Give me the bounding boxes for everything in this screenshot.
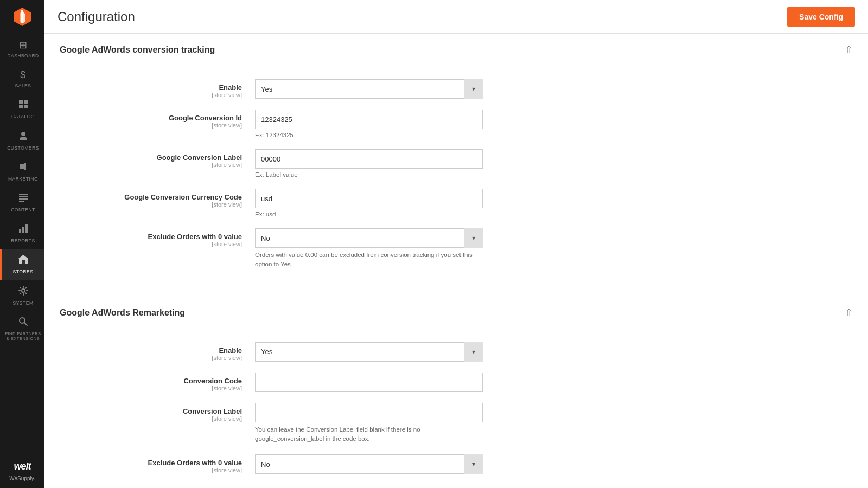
- exclude-orders-select[interactable]: No Yes: [255, 228, 483, 248]
- remarketing-exclude-orders-label: Exclude Orders with 0 value: [60, 459, 242, 467]
- field-row-conversion-label: Google Conversion Label [store view] Ex:…: [60, 149, 853, 178]
- conversion-label-input[interactable]: [255, 149, 483, 169]
- exclude-orders-hint: Orders with value 0.00 can be excluded f…: [255, 251, 483, 269]
- sidebar: ⊞ DASHBOARD $ SALES CATALOG CUSTOMERS MA…: [0, 0, 44, 488]
- enable-conversion-select-wrapper: Yes No ▾: [255, 79, 483, 99]
- svg-marker-10: [20, 163, 26, 170]
- field-label-group-remarketing-code: Conversion Code [store view]: [60, 373, 255, 391]
- sidebar-logo: [0, 0, 44, 34]
- sidebar-item-label: REPORTS: [11, 238, 35, 243]
- sidebar-item-marketing[interactable]: MARKETING: [0, 156, 44, 187]
- field-row-exclude-orders: Exclude Orders with 0 value [store view]…: [60, 228, 853, 269]
- remarketing-exclude-orders-select[interactable]: No Yes: [255, 454, 483, 474]
- reports-icon: [18, 223, 28, 236]
- remarketing-enable-select-wrapper: Yes No ▾: [255, 342, 483, 362]
- adwords-conversion-header[interactable]: Google AdWords conversion tracking ⇧: [44, 34, 868, 66]
- sidebar-item-label: CUSTOMERS: [7, 145, 39, 151]
- svg-line-23: [24, 323, 27, 325]
- save-config-button[interactable]: Save Config: [787, 7, 855, 27]
- main-content: Google AdWords conversion tracking ⇧ Ena…: [44, 34, 868, 488]
- remarketing-enable-scope: [store view]: [60, 355, 242, 361]
- sidebar-item-label: MARKETING: [8, 176, 38, 182]
- remarketing-label-input[interactable]: [255, 403, 483, 422]
- sidebar-item-label: SALES: [15, 83, 31, 88]
- catalog-icon: [18, 99, 28, 112]
- field-label-group-conversion-currency: Google Conversion Currency Code [store v…: [60, 189, 255, 208]
- adwords-conversion-toggle-icon[interactable]: ⇧: [845, 44, 853, 56]
- conversion-id-input[interactable]: [255, 110, 483, 129]
- wesupply-logo: WeSupply.: [9, 473, 35, 484]
- svg-rect-14: [19, 201, 24, 202]
- conversion-currency-scope: [store view]: [60, 201, 242, 208]
- remarketing-code-input[interactable]: [255, 373, 483, 392]
- sidebar-bottom: welt WeSupply.: [0, 458, 44, 488]
- exclude-orders-control: No Yes ▾ Orders with value 0.00 can be e…: [255, 228, 483, 269]
- svg-point-21: [22, 289, 25, 292]
- sidebar-item-system[interactable]: SYSTEM: [0, 280, 44, 311]
- stores-icon: [18, 254, 28, 267]
- conversion-currency-input[interactable]: [255, 189, 483, 208]
- adwords-remarketing-toggle-icon[interactable]: ⇧: [845, 307, 853, 319]
- conversion-label-scope: [store view]: [60, 162, 242, 168]
- field-label-group-remarketing-label: Conversion Label [store view]: [60, 403, 255, 422]
- conversion-id-hint: Ex: 12324325: [255, 132, 483, 138]
- exclude-orders-scope: [store view]: [60, 241, 242, 247]
- sidebar-item-reports[interactable]: REPORTS: [0, 218, 44, 249]
- adwords-remarketing-title: Google AdWords Remarketing: [60, 308, 185, 318]
- dashboard-icon: ⊞: [19, 39, 28, 51]
- remarketing-exclude-orders-control: No Yes ▾: [255, 454, 483, 474]
- enable-conversion-select[interactable]: Yes No: [255, 79, 483, 99]
- adwords-conversion-form: Enable [store view] Yes No ▾: [44, 66, 868, 297]
- field-row-remarketing-exclude-orders: Exclude Orders with 0 value [store view]…: [60, 454, 853, 474]
- sidebar-item-stores[interactable]: STORES: [0, 249, 44, 280]
- content-icon: [18, 192, 28, 205]
- field-row-remarketing-enable: Enable [store view] Yes No ▾: [60, 342, 853, 362]
- field-row-remarketing-label: Conversion Label [store view] You can le…: [60, 403, 853, 444]
- svg-rect-15: [19, 229, 21, 233]
- field-row-conversion-id: Google Conversion Id [store view] Ex: 12…: [60, 110, 853, 138]
- sidebar-item-label: FIND PARTNERS& EXTENSIONS: [5, 331, 41, 341]
- sidebar-item-label: CATALOG: [11, 114, 35, 119]
- sidebar-item-find-partners[interactable]: FIND PARTNERS& EXTENSIONS: [0, 311, 44, 346]
- sidebar-item-catalog[interactable]: CATALOG: [0, 94, 44, 125]
- sidebar-item-content[interactable]: CONTENT: [0, 187, 44, 218]
- remarketing-enable-label: Enable: [60, 346, 242, 355]
- sidebar-item-sales[interactable]: $ SALES: [0, 64, 44, 94]
- sidebar-item-customers[interactable]: CUSTOMERS: [0, 125, 44, 156]
- exclude-orders-select-wrapper: No Yes ▾: [255, 228, 483, 248]
- welt-logo: welt: [14, 458, 30, 473]
- magento-logo-icon: [12, 7, 33, 27]
- remarketing-code-scope: [store view]: [60, 385, 242, 391]
- conversion-label-label: Google Conversion Label: [60, 153, 242, 162]
- field-label-group-enable: Enable [store view]: [60, 79, 255, 98]
- conversion-id-label: Google Conversion Id: [60, 114, 242, 122]
- adwords-conversion-title: Google AdWords conversion tracking: [60, 45, 215, 55]
- sidebar-item-dashboard[interactable]: ⊞ DASHBOARD: [0, 34, 44, 64]
- svg-rect-11: [19, 194, 28, 195]
- svg-point-8: [21, 132, 25, 136]
- sidebar-item-label: CONTENT: [11, 207, 35, 213]
- find-partners-icon: [18, 317, 28, 329]
- svg-rect-16: [22, 227, 24, 233]
- conversion-id-control: Ex: 12324325: [255, 110, 483, 138]
- remarketing-code-control: [255, 373, 483, 392]
- field-label-group-exclude-orders: Exclude Orders with 0 value [store view]: [60, 228, 255, 247]
- svg-rect-20: [22, 260, 25, 264]
- field-label-group-remarketing-exclude-orders: Exclude Orders with 0 value [store view]: [60, 454, 255, 473]
- sidebar-item-label: STORES: [13, 269, 34, 274]
- remarketing-enable-control: Yes No ▾: [255, 342, 483, 362]
- main-area: Configuration Save Config Google AdWords…: [44, 0, 868, 488]
- svg-rect-3: [21, 10, 23, 23]
- remarketing-exclude-orders-select-wrapper: No Yes ▾: [255, 454, 483, 474]
- svg-rect-7: [24, 105, 28, 108]
- adwords-remarketing-header[interactable]: Google AdWords Remarketing ⇧: [44, 297, 868, 329]
- svg-rect-12: [19, 196, 28, 197]
- page-title: Configuration: [58, 9, 135, 24]
- remarketing-enable-select[interactable]: Yes No: [255, 342, 483, 362]
- remarketing-label-label: Conversion Label: [60, 407, 242, 415]
- svg-marker-19: [18, 255, 28, 259]
- conversion-label-hint: Ex: Label value: [255, 171, 483, 178]
- field-label-group-remarketing-enable: Enable [store view]: [60, 342, 255, 361]
- remarketing-label-hint: You can leave the Conversion Label field…: [255, 425, 483, 444]
- exclude-orders-label: Exclude Orders with 0 value: [60, 233, 242, 241]
